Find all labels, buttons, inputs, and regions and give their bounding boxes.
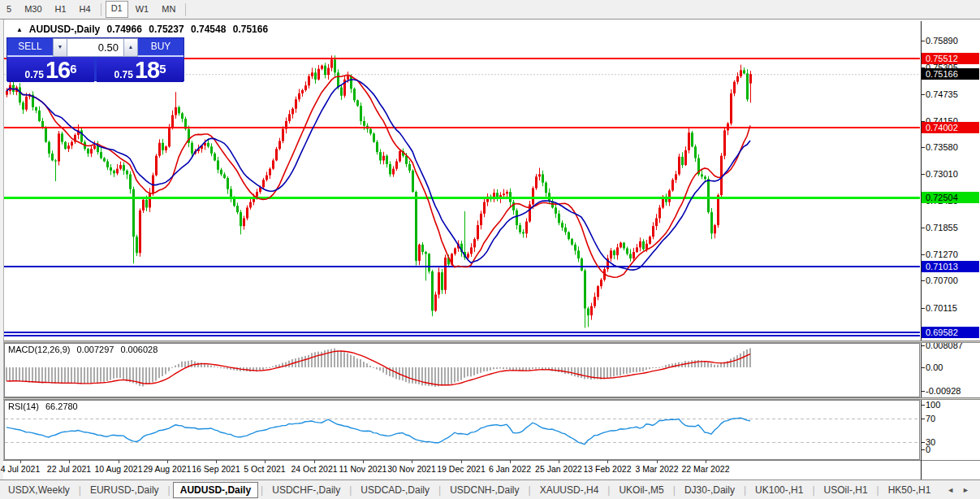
date-tick [20, 460, 21, 463]
tab-separator: | [261, 484, 263, 496]
macd-name: MACD(12,26,9) [8, 345, 70, 354]
date-label: 16 Sep 2021 [192, 464, 240, 474]
date-tick [559, 460, 559, 463]
date-label: 29 Aug 2021 [144, 464, 192, 474]
price-badge-0.74002: 0.74002 [922, 122, 979, 133]
ohlc-open: 0.74966 [107, 24, 142, 35]
tab-usdx-weekly[interactable]: USDX,Weekly [2, 483, 76, 497]
tab-separator: | [812, 484, 814, 496]
timeframe-button-d1[interactable]: D1 [106, 1, 128, 18]
chart-tab-bar: USDX,Weekly|EURUSD-,Daily|AUDUSD-,Daily|… [0, 480, 980, 499]
date-tick [461, 460, 462, 463]
date-tick [69, 460, 70, 463]
macd-panel-separator[interactable] [3, 341, 980, 343]
price-badge-0.75166: 0.75166 [922, 68, 979, 80]
price-axis-label: 0.71270 [926, 250, 958, 259]
tab-separator: | [673, 484, 676, 496]
price-badge-0.75512: 0.75512 [922, 53, 979, 64]
price-axis-label: 0.74735 [926, 89, 958, 99]
ask-pipette: 5 [159, 57, 166, 81]
date-tick [119, 460, 119, 463]
tab-xauusd-h4[interactable]: XAUUSD-,H4 [533, 483, 606, 497]
symbol-period-label: AUDUSD-,Daily [29, 24, 100, 35]
date-label: 4 Jul 2021 [1, 464, 40, 474]
date-label: 22 Mar 2022 [682, 464, 730, 474]
tab-separator: | [529, 484, 531, 496]
tab-separator: | [168, 484, 171, 496]
rsi-current-value: 66.2780 [45, 401, 78, 411]
timeframe-button-m30[interactable]: M30 [19, 2, 47, 17]
indicator-axis-label: 0.00 [926, 362, 943, 372]
volume-decrease-button[interactable]: ▼ [53, 38, 67, 57]
date-tick [706, 460, 706, 463]
bid-main-digits: 16 [45, 59, 70, 80]
price-badge-0.69582: 0.69582 [922, 327, 979, 338]
price-axis-label: 0.70700 [926, 276, 958, 285]
tab-uk100-h1[interactable]: UK100-,H1 [749, 483, 809, 497]
tab-hk50-h1[interactable]: HK50-,H1 [882, 483, 938, 497]
one-click-trading-widget: SELL ▼ 0.50 ▲ BUY 0.75 16 6 0.75 18 5 [6, 37, 184, 81]
timeframe-button-w1[interactable]: W1 [130, 2, 155, 17]
date-label: 25 Jan 2022 [535, 464, 582, 474]
date-tick [314, 460, 315, 463]
date-tick [363, 460, 364, 463]
macd-signal-value: 0.006028 [120, 345, 158, 354]
mt4-window: 5M30H1H4D1W1MN ▲ AUDUSD-,Daily 0.74966 0… [0, 0, 980, 499]
rsi-panel-separator[interactable] [3, 397, 980, 400]
ohlc-close: 0.75166 [233, 24, 268, 35]
indicator-axis-label: 70 [926, 414, 935, 423]
toolbar-separator [185, 3, 186, 16]
date-label: 30 Nov 2021 [387, 464, 436, 474]
timeframe-button-mn[interactable]: MN [156, 2, 181, 17]
bid-price-box[interactable]: 0.75 16 6 [7, 57, 94, 82]
date-tick [265, 460, 266, 463]
price-axis-label: 0.73010 [926, 169, 958, 179]
sell-button[interactable]: SELL [7, 38, 53, 57]
indicator-axis-label: 0 [926, 445, 930, 454]
tab-usoil-h1[interactable]: USOil-,H1 [818, 483, 874, 497]
date-tick [657, 460, 658, 463]
bid-prefix: 0.75 [25, 69, 44, 80]
tab-separator: | [744, 484, 746, 496]
tab-separator: | [607, 484, 610, 496]
macd-main-value: 0.007297 [76, 345, 114, 354]
tab-dj30-daily[interactable]: DJ30-,Daily [678, 483, 741, 497]
date-tick [167, 460, 168, 463]
rsi-chart-canvas[interactable] [4, 400, 920, 460]
timeframe-button-5[interactable]: 5 [1, 2, 17, 17]
date-label: 6 Jan 2022 [489, 464, 531, 474]
tab-usdcnh-daily[interactable]: USDCNH-,Daily [443, 483, 525, 497]
tab-eurusd-daily[interactable]: EURUSD-,Daily [84, 483, 166, 497]
ohlc-high: 0.75237 [149, 24, 183, 35]
volume-increase-button[interactable]: ▲ [123, 38, 138, 57]
timeframe-toolbar: 5M30H1H4D1W1MN [0, 0, 980, 20]
tab-usdchf-daily[interactable]: USDCHF-,Daily [266, 483, 347, 497]
ask-main-digits: 18 [135, 59, 159, 80]
tab-scroll-arrows: ◄► [943, 486, 974, 494]
date-label: 10 Aug 2021 [95, 464, 143, 474]
date-label: 11 Nov 2021 [339, 464, 387, 474]
price-axis-border [921, 21, 922, 479]
tab-scroll-right-icon[interactable]: ► [958, 486, 974, 494]
price-axis-label: 0.75890 [926, 36, 958, 46]
ask-price-box[interactable]: 0.75 18 5 [97, 57, 183, 82]
tab-ukoil-m5[interactable]: UKOil-,M5 [612, 483, 670, 497]
bid-pipette: 6 [70, 57, 76, 81]
tab-separator: | [79, 484, 81, 496]
collapse-icon[interactable]: ▲ [16, 26, 23, 33]
tab-separator: | [349, 484, 352, 496]
date-label: 13 Feb 2022 [584, 464, 632, 474]
timeframe-button-h1[interactable]: H1 [50, 2, 72, 17]
timeframe-button-h4[interactable]: H4 [74, 2, 97, 17]
tab-scroll-left-icon[interactable]: ◄ [943, 486, 958, 494]
chart-title: ▲ AUDUSD-,Daily 0.74966 0.75237 0.74548 … [16, 24, 272, 35]
volume-input[interactable]: 0.50 [67, 38, 123, 57]
tab-usdcad-daily[interactable]: USDCAD-,Daily [354, 483, 436, 497]
price-axis-label: 0.70115 [926, 303, 957, 313]
buy-button[interactable]: BUY [138, 38, 183, 57]
date-tick [607, 460, 608, 463]
tab-audusd-daily[interactable]: AUDUSD-,Daily [173, 482, 258, 498]
date-tick [216, 460, 217, 463]
date-label: 24 Oct 2021 [291, 464, 337, 474]
date-tick [510, 460, 511, 463]
